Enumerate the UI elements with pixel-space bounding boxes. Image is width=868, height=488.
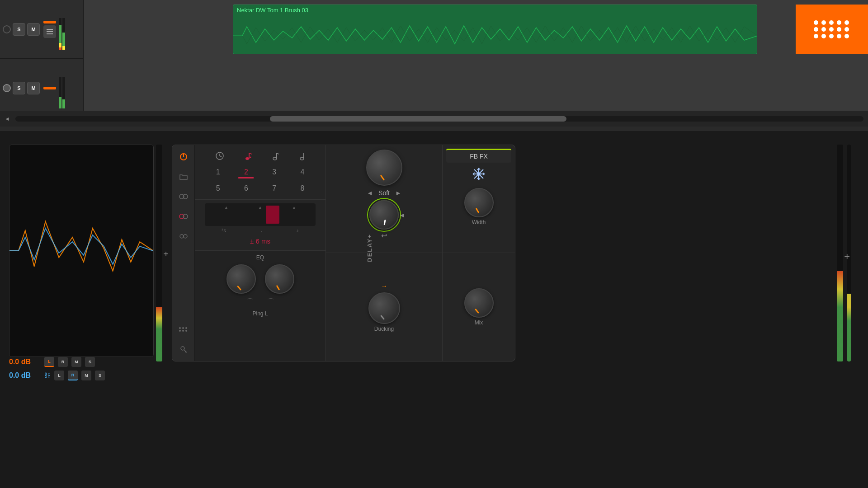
num-btn-3[interactable]: 3 <box>261 165 288 179</box>
track2-record-btn[interactable] <box>3 84 11 92</box>
num-btn-5[interactable]: 5 <box>205 181 231 196</box>
ducking-knob[interactable] <box>368 292 400 324</box>
num-btn-2[interactable]: 2 <box>233 165 259 179</box>
orange-plugin-box[interactable] <box>796 5 868 54</box>
add-right-button[interactable]: + <box>844 251 850 263</box>
timeline-cursor[interactable] <box>266 206 279 224</box>
note-small-icon: ♩ <box>260 228 263 234</box>
track1-volume-indicator <box>43 21 56 23</box>
track2-mute-btn[interactable]: M <box>27 82 40 94</box>
db-row-2: 0.0 dB ⛓ L R M S <box>9 371 154 380</box>
right-meter-bar <box>837 145 843 361</box>
db-value-blue: 0.0 dB <box>9 371 41 380</box>
timing-section: 1 2 3 4 5 6 7 8 <box>195 145 326 200</box>
ducking-knob-container: Ducking <box>368 292 400 332</box>
track1-menu-btn[interactable] <box>43 25 56 38</box>
add-left-button[interactable]: + <box>160 249 171 259</box>
feedback-knob-area: ◄ <box>369 200 399 230</box>
channel-m-btn-2[interactable]: M <box>81 371 91 380</box>
track1-solo-btn[interactable]: S <box>13 23 25 36</box>
bottom-controls: 0.0 dB L R M S 0.0 dB ⛓ L R M S <box>9 357 154 380</box>
loop-back-icon[interactable]: ↩ <box>381 231 387 240</box>
mix-knob[interactable] <box>464 288 494 318</box>
num-btn-4[interactable]: 4 <box>289 165 316 179</box>
dots-grid-icon-btn[interactable] <box>177 323 190 336</box>
ms-display: ± 6 ms <box>200 235 320 247</box>
delay-plugin-panel: DELAY+ <box>172 145 515 361</box>
ducking-arrow-row: → <box>381 282 387 290</box>
power-icon-btn[interactable] <box>177 150 190 163</box>
clock-icon[interactable] <box>215 151 224 162</box>
num-btn-8[interactable]: 8 <box>289 181 316 196</box>
channel-s-btn-1[interactable]: S <box>85 357 95 367</box>
link-circles-icon-btn[interactable] <box>177 190 190 203</box>
soft-label-row: ◄ Soft ► <box>367 189 401 197</box>
arrangement-area: Nektar DW Tom 1 Brush 03 <box>84 0 868 127</box>
waveform-svg <box>233 18 757 54</box>
svg-point-21 <box>300 157 304 160</box>
soft-next-arrow[interactable]: ► <box>395 189 401 197</box>
width-knob-container: Width <box>464 188 494 225</box>
channel-l-btn-1[interactable]: L <box>44 357 54 367</box>
eq-section: EQ ⌒ <box>195 251 326 361</box>
soft-prev-arrow[interactable]: ◄ <box>367 189 373 197</box>
folder-icon-btn[interactable] <box>177 170 190 183</box>
note-dotted-icon[interactable] <box>245 151 252 162</box>
svg-line-13 <box>220 156 222 157</box>
channel-l-btn-2[interactable]: L <box>54 371 64 380</box>
eq-knob-1[interactable] <box>226 264 256 294</box>
note-half-icon[interactable] <box>300 151 305 162</box>
track-controls-panel: S M S <box>0 0 84 127</box>
plugin-top-row: ◄ Soft ► ◄ ↩ <box>326 145 515 253</box>
plugin-right-area: ◄ Soft ► ◄ ↩ <box>326 145 515 361</box>
track1-mute-btn[interactable]: M <box>27 23 40 36</box>
channel-r-btn-1[interactable]: R <box>58 357 68 367</box>
eq-curve-low-icon[interactable]: ⌒ <box>246 297 254 307</box>
daw-top-area: S M S <box>0 0 868 127</box>
svg-point-7 <box>184 235 187 238</box>
eq-label: EQ <box>198 254 322 261</box>
freeze-snowflake-icon[interactable] <box>472 167 486 183</box>
track2-controls: S M <box>0 59 83 117</box>
scroll-left-arrow[interactable]: ◄ <box>5 116 11 122</box>
eq-knob-1-container <box>226 264 256 294</box>
svg-point-14 <box>245 157 249 160</box>
track1-record-btn[interactable] <box>3 25 11 33</box>
scrollbar-track[interactable] <box>15 116 863 122</box>
mix-section: Mix <box>443 253 515 361</box>
db-row-1: 0.0 dB L R M S <box>9 357 154 367</box>
scrollbar-thumb[interactable] <box>270 116 567 122</box>
num-btn-7[interactable]: 7 <box>261 181 288 196</box>
key-icon-btn[interactable] <box>177 343 190 356</box>
eq-knob-2[interactable] <box>265 264 294 294</box>
width-knob[interactable] <box>464 188 494 217</box>
horizontal-scrollbar[interactable]: ◄ <box>0 111 868 127</box>
svg-point-8 <box>181 347 184 350</box>
channel-s-btn-2[interactable]: S <box>95 371 105 380</box>
analyzer-canvas <box>9 145 153 357</box>
eq-curve-high-icon[interactable]: ⌒ <box>267 297 274 307</box>
ducking-section: → Ducking <box>326 253 443 361</box>
mix-knob-container: Mix <box>464 288 494 326</box>
timeline-bar[interactable]: ▲▲▲ <box>205 203 316 226</box>
plugin-bottom-row: → Ducking M <box>326 253 515 361</box>
ducking-arrow-icon: → <box>381 282 387 290</box>
record-icon-btn[interactable] <box>177 210 190 223</box>
num-btn-1[interactable]: 1 <box>205 165 231 179</box>
soft-main-knob[interactable] <box>366 150 402 186</box>
note-regular-icon[interactable] <box>273 151 279 162</box>
plugin-sidebar <box>172 145 195 361</box>
width-label: Width <box>472 219 486 225</box>
track1-audio-region[interactable]: Nektar DW Tom 1 Brush 03 <box>233 5 757 54</box>
fbfx-label-box[interactable]: FB FX <box>446 149 511 163</box>
channel-r-btn-2[interactable]: R <box>68 371 78 380</box>
num-btn-6[interactable]: 6 <box>233 181 259 196</box>
track2-solo-btn[interactable]: S <box>13 82 25 94</box>
soft-section: ◄ Soft ► ◄ ↩ <box>326 145 443 253</box>
channel-m-btn-1[interactable]: M <box>71 357 81 367</box>
timeline-section: ▲▲▲ ³♫ ♩ ♪ ± 6 ms <box>195 200 326 251</box>
link-icon[interactable]: ⛓ <box>44 372 51 379</box>
small-circles-icon-btn[interactable] <box>177 230 190 243</box>
feedback-knob[interactable] <box>369 200 399 230</box>
svg-point-18 <box>273 157 277 160</box>
